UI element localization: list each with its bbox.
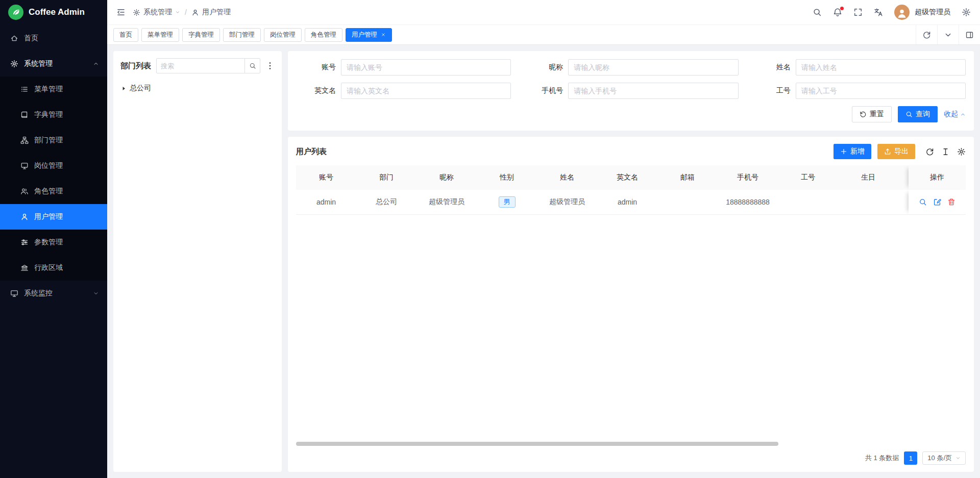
role-icon xyxy=(20,187,29,195)
export-button-label: 导出 xyxy=(894,147,909,156)
header-actions: 超级管理员 xyxy=(813,5,971,20)
filter-input-nickname[interactable] xyxy=(568,59,738,76)
filter-form: 账号昵称姓名英文名手机号工号 xyxy=(296,59,966,99)
sidebar-item-dept[interactable]: 部门管理 xyxy=(0,128,107,153)
department-panel: 部门列表 总公司 xyxy=(113,51,282,472)
user-icon xyxy=(20,213,29,221)
page-size-value: 10 条/页 xyxy=(927,454,952,463)
filter-input-account[interactable] xyxy=(341,59,511,76)
sidebar-item-param[interactable]: 参数管理 xyxy=(0,230,107,255)
page-number-button[interactable]: 1 xyxy=(904,451,917,465)
filter-label-account: 账号 xyxy=(296,63,336,72)
filter-input-phone[interactable] xyxy=(568,83,738,99)
tab-label: 岗位管理 xyxy=(270,31,296,39)
more-options-icon[interactable] xyxy=(265,61,275,70)
table-settings-gear-icon[interactable] xyxy=(957,147,966,156)
sidebar-item-home[interactable]: 首页 xyxy=(0,26,107,51)
view-row-button[interactable] xyxy=(919,198,927,206)
column-settings-icon[interactable] xyxy=(941,147,950,156)
tab-role[interactable]: 角色管理 xyxy=(305,28,342,42)
sidebar-item-role[interactable]: 角色管理 xyxy=(0,179,107,204)
sidebar-item-region[interactable]: 行政区域 xyxy=(0,255,107,281)
table-row: admin总公司超级管理员男超级管理员admin18888888888 xyxy=(296,190,966,215)
search-button[interactable]: 查询 xyxy=(898,106,938,122)
tab-user[interactable]: 用户管理 xyxy=(346,28,392,42)
column-header-op: 操作 xyxy=(909,165,966,190)
cell-birthday xyxy=(838,190,898,214)
column-header-nickname: 昵称 xyxy=(416,165,477,190)
tab-menu[interactable]: 菜单管理 xyxy=(141,28,179,42)
filter-card: 账号昵称姓名英文名手机号工号 重置 查询 收起 xyxy=(288,51,974,131)
table-toolbar: 新增 导出 xyxy=(834,144,966,159)
add-button-label: 新增 xyxy=(850,147,865,156)
tab-dict[interactable]: 字典管理 xyxy=(182,28,220,42)
post-icon xyxy=(20,162,29,170)
scrollbar-thumb[interactable] xyxy=(296,442,778,446)
chevron-down-icon xyxy=(93,290,99,296)
translate-icon[interactable] xyxy=(874,8,883,17)
export-button[interactable]: 导出 xyxy=(877,144,915,159)
horizontal-scrollbar xyxy=(296,441,966,446)
column-header-gender: 性别 xyxy=(477,165,537,190)
cell-dept: 总公司 xyxy=(356,190,416,214)
pagination: 共 1 条数据 1 10 条/页 xyxy=(296,447,966,469)
department-search-input[interactable] xyxy=(157,62,244,70)
department-search-button[interactable] xyxy=(244,59,260,73)
page-size-select[interactable]: 10 条/页 xyxy=(922,451,966,465)
layout-panel-button[interactable] xyxy=(959,25,980,44)
add-button[interactable]: 新增 xyxy=(834,144,871,159)
reset-icon xyxy=(860,111,867,118)
filter-field-account: 账号 xyxy=(296,59,511,76)
cell-en_name: admin xyxy=(597,190,657,214)
filter-label-job_no: 工号 xyxy=(751,86,791,95)
filter-field-phone: 手机号 xyxy=(523,83,738,99)
chevron-up-icon xyxy=(960,112,966,117)
tab-options-button[interactable] xyxy=(937,25,959,44)
chevron-up-icon xyxy=(93,61,99,67)
user-menu[interactable]: 超级管理员 xyxy=(894,5,950,20)
sidebar-item-label: 部门管理 xyxy=(34,136,63,145)
sidebar-item-user[interactable]: 用户管理 xyxy=(0,204,107,230)
tree-node-label: 总公司 xyxy=(130,84,151,93)
tab-bar: 首页菜单管理字典管理部门管理岗位管理角色管理用户管理 xyxy=(107,24,980,45)
filter-field-en_name: 英文名 xyxy=(296,83,511,99)
sidebar-item-dict[interactable]: 字典管理 xyxy=(0,102,107,128)
app-title: Coffee Admin xyxy=(29,7,85,17)
filter-input-name[interactable] xyxy=(796,59,966,76)
search-icon xyxy=(249,62,256,69)
sidebar-item-system[interactable]: 系统管理 xyxy=(0,51,107,77)
tree-node-root[interactable]: 总公司 xyxy=(120,81,275,96)
sidebar-item-monitor[interactable]: 系统监控 xyxy=(0,281,107,306)
department-search xyxy=(156,58,260,73)
caret-right-icon[interactable] xyxy=(120,85,127,92)
chevron-down-icon[interactable] xyxy=(175,10,180,15)
refresh-icon[interactable] xyxy=(925,147,934,156)
search-icon[interactable] xyxy=(813,8,822,17)
delete-row-button[interactable] xyxy=(947,198,955,206)
collapse-filter-link[interactable]: 收起 xyxy=(944,110,966,119)
filter-input-en_name[interactable] xyxy=(341,83,511,99)
close-icon[interactable] xyxy=(381,32,386,37)
sidebar-collapse-icon[interactable] xyxy=(116,8,126,17)
tab-home[interactable]: 首页 xyxy=(113,28,138,42)
refresh-tab-button[interactable] xyxy=(916,25,937,44)
list-icon xyxy=(20,85,29,93)
cell-phone: 18888888888 xyxy=(718,190,778,214)
filter-input-job_no[interactable] xyxy=(796,83,966,99)
reset-button[interactable]: 重置 xyxy=(852,106,892,122)
tab-post[interactable]: 岗位管理 xyxy=(264,28,302,42)
sidebar-item-menu[interactable]: 菜单管理 xyxy=(0,77,107,102)
filter-label-nickname: 昵称 xyxy=(523,63,563,72)
sidebar-item-post[interactable]: 岗位管理 xyxy=(0,153,107,179)
header: 系统管理 / 用户管理 超级管理员 xyxy=(107,0,980,24)
breadcrumb-item-system[interactable]: 系统管理 xyxy=(143,8,172,17)
department-tree: 总公司 xyxy=(120,81,275,96)
tab-dept[interactable]: 部门管理 xyxy=(223,28,261,42)
fullscreen-icon[interactable] xyxy=(853,8,863,17)
notification-bell-icon[interactable] xyxy=(833,8,842,17)
table-title: 用户列表 xyxy=(296,147,327,157)
settings-gear-icon[interactable] xyxy=(962,8,971,17)
home-icon xyxy=(10,34,18,42)
edit-row-button[interactable] xyxy=(933,198,941,206)
table-card-header: 用户列表 新增 导出 xyxy=(296,144,966,159)
